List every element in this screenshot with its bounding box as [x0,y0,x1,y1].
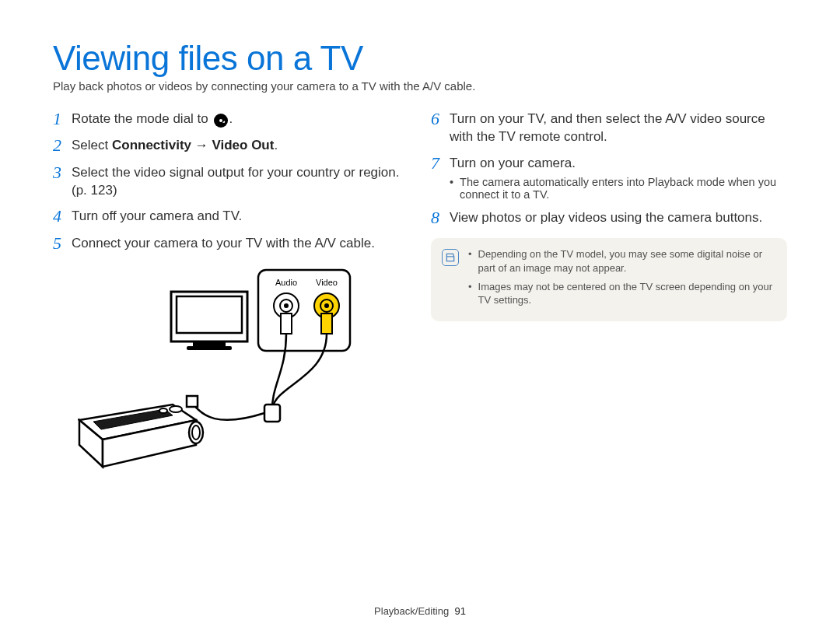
step-text: View photos or play videos using the cam… [450,208,762,227]
step-number: 4 [53,207,72,226]
svg-point-22 [159,408,167,413]
substep-text: The camera automatically enters into Pla… [460,176,787,201]
step-4: 4 Turn off your camera and TV. [53,207,409,226]
footer-page-number: 91 [454,605,465,617]
step-text: Turn on your TV, and then select the A/V… [450,110,787,146]
step-3: 3 Select the video signal output for you… [53,163,409,200]
step-text: Select the video signal output for your … [72,163,409,200]
note-text: Images may not be centered on the TV scr… [478,280,775,307]
step-text-fragment: . [274,138,278,152]
page-footer: Playback/Editing 91 [0,605,840,617]
step-text: Rotate the mode dial to . [72,110,233,128]
note-box: Depending on the TV model, you may see s… [431,238,787,321]
connection-illustration: Audio Video [78,268,409,474]
svg-rect-7 [281,313,292,334]
step-text: Select Connectivity → Video Out. [72,136,278,155]
step-number: 2 [53,136,72,155]
step-text-fragment: . [229,111,233,126]
step-text: Connect your camera to your TV with the … [72,234,375,253]
step-text: Turn on your camera. [450,154,576,173]
note-text: Depending on the TV model, you may see s… [478,247,775,275]
note-info-icon [442,249,459,266]
svg-rect-8 [321,313,332,334]
illus-label-video: Video [316,278,338,287]
step-6: 6 Turn on your TV, and then select the A… [431,110,787,146]
svg-point-6 [324,303,329,308]
av-cable-diagram: Audio Video [78,268,358,471]
svg-point-21 [170,406,182,412]
step-number: 8 [431,208,450,227]
step-number: 3 [53,163,72,182]
step-7-substeps: The camera automatically enters into Pla… [450,176,787,201]
step-text-fragment: Select [72,138,112,152]
step-2: 2 Select Connectivity → Video Out. [53,136,409,155]
step-text: Turn off your camera and TV. [72,207,242,226]
svg-rect-12 [177,296,242,333]
svg-rect-10 [187,396,198,407]
page-content: Viewing files on a TV Play back photos o… [0,0,840,474]
step-text-fragment: Rotate the mode dial to [72,111,212,126]
gear-settings-icon [214,114,228,128]
step-number: 6 [431,110,450,128]
svg-rect-14 [187,346,232,350]
left-column: 1 Rotate the mode dial to . 2 Select Con… [53,110,409,474]
step-number: 1 [53,110,72,128]
svg-point-3 [284,303,289,308]
footer-section: Playback/Editing [374,605,449,617]
right-column: 6 Turn on your TV, and then select the A… [431,110,787,474]
step-number: 5 [53,234,72,253]
page-intro: Play back photos or videos by connecting… [53,79,787,93]
step-number: 7 [431,154,450,173]
svg-rect-9 [264,405,280,422]
svg-point-20 [192,426,200,440]
step-1: 1 Rotate the mode dial to . [53,110,409,128]
step-text-bold: Connectivity → Video Out [112,138,274,152]
page-title: Viewing files on a TV [53,40,787,76]
columns: 1 Rotate the mode dial to . 2 Select Con… [53,110,787,474]
step-7: 7 Turn on your camera. [431,154,787,173]
note-list: Depending on the TV model, you may see s… [468,247,775,311]
svg-rect-13 [193,342,226,346]
illus-label-audio: Audio [275,278,297,287]
step-5: 5 Connect your camera to your TV with th… [53,234,409,253]
step-8: 8 View photos or play videos using the c… [431,208,787,227]
